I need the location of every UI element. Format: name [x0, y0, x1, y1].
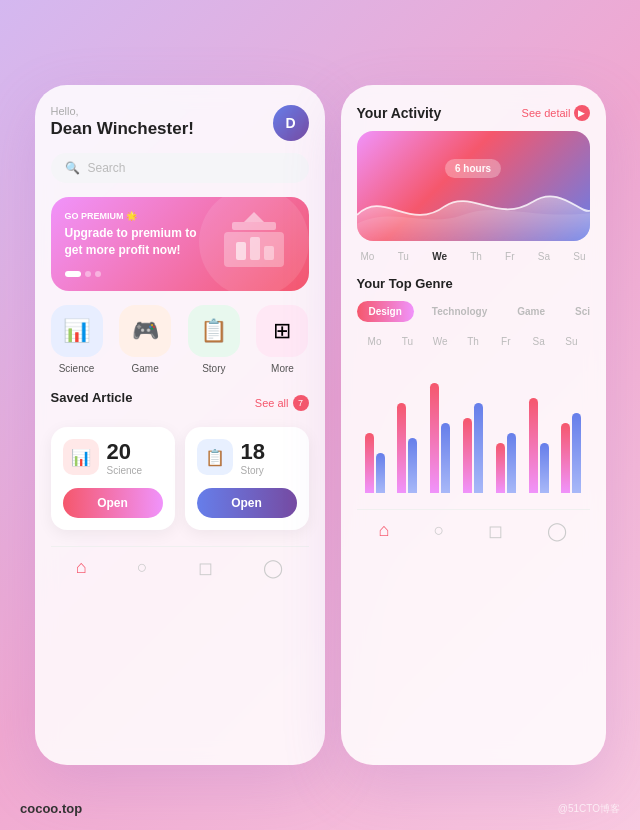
- search-bar[interactable]: 🔍 Search: [51, 153, 309, 183]
- more-label: More: [271, 363, 294, 374]
- activity-title: Your Activity: [357, 105, 442, 121]
- day-fr[interactable]: Fr: [505, 251, 514, 262]
- bar-group-sa: [525, 398, 553, 493]
- bar-pink-mo: [365, 433, 374, 493]
- right-nav-search[interactable]: ○: [433, 520, 444, 542]
- saved-card-story: 📋 18 Story Open: [185, 427, 309, 530]
- bar-group-fr: [492, 433, 520, 493]
- day-mo[interactable]: Mo: [361, 251, 375, 262]
- dot-2[interactable]: [85, 271, 91, 277]
- bar-days-row: Mo Tu We Th Fr Sa Su: [361, 336, 586, 347]
- bars-area: [361, 353, 586, 493]
- search-placeholder: Search: [88, 161, 126, 175]
- see-all-button[interactable]: See all 7: [255, 395, 309, 411]
- right-nav-home[interactable]: ⌂: [379, 520, 390, 542]
- activity-header: Your Activity See detail ▶: [357, 105, 590, 121]
- activity-days: Mo Tu We Th Fr Sa Su: [357, 251, 590, 262]
- bar-group-mo: [361, 433, 389, 493]
- bar-blue-fr: [507, 433, 516, 493]
- category-more[interactable]: ⊞ More: [256, 305, 308, 374]
- svg-rect-3: [250, 237, 260, 260]
- svg-rect-2: [236, 242, 246, 260]
- more-icon: ⊞: [256, 305, 308, 357]
- genre-title: Your Top Genre: [357, 276, 590, 291]
- science-count: 20: [107, 439, 143, 465]
- right-nav-profile[interactable]: ◯: [547, 520, 567, 542]
- bar-group-tu: [393, 403, 421, 493]
- bar-day-we: We: [426, 336, 454, 347]
- left-nav-bar: ⌂ ○ ◻ ◯: [51, 546, 309, 579]
- bar-pink-we: [430, 383, 439, 493]
- science-open-button[interactable]: Open: [63, 488, 163, 518]
- bar-day-su: Su: [557, 336, 585, 347]
- bar-blue-tu: [408, 438, 417, 493]
- category-story[interactable]: 📋 Story: [188, 305, 240, 374]
- story-saved-icon: 📋: [197, 439, 233, 475]
- bar-pink-th: [463, 418, 472, 493]
- tab-technology[interactable]: Technology: [420, 301, 499, 322]
- bar-blue-su: [572, 413, 581, 493]
- bar-blue-mo: [376, 453, 385, 493]
- right-nav-camera[interactable]: ◻: [488, 520, 503, 542]
- dot-1[interactable]: [65, 271, 81, 277]
- saved-title: Saved Article: [51, 390, 133, 405]
- see-detail-badge: ▶: [574, 105, 590, 121]
- bar-blue-we: [441, 423, 450, 493]
- science-saved-icon: 📊: [63, 439, 99, 475]
- category-science[interactable]: 📊 Science: [51, 305, 103, 374]
- day-sa[interactable]: Sa: [538, 251, 550, 262]
- bar-day-tu: Tu: [393, 336, 421, 347]
- user-name: Dean Winchester!: [51, 119, 194, 139]
- bar-group-su: [557, 413, 585, 493]
- game-icon: 🎮: [119, 305, 171, 357]
- see-all-badge: 7: [293, 395, 309, 411]
- avatar[interactable]: D: [273, 105, 309, 141]
- story-type: Story: [241, 465, 265, 476]
- science-type: Science: [107, 465, 143, 476]
- bar-pink-su: [561, 423, 570, 493]
- saved-header: Saved Article See all 7: [51, 390, 309, 417]
- saved-cards: 📊 20 Science Open 📋 18 Story Open: [51, 427, 309, 530]
- see-detail-button[interactable]: See detail ▶: [522, 105, 590, 121]
- nav-profile[interactable]: ◯: [263, 557, 283, 579]
- nav-home[interactable]: ⌂: [76, 557, 87, 579]
- day-su[interactable]: Su: [573, 251, 585, 262]
- bar-day-sa: Sa: [525, 336, 553, 347]
- bar-day-mo: Mo: [361, 336, 389, 347]
- bar-pink-tu: [397, 403, 406, 493]
- genre-tabs: Design Technology Game Science: [357, 301, 590, 322]
- promo-title: Upgrade to premium to get more profit no…: [65, 225, 203, 259]
- categories-grid: 📊 Science 🎮 Game 📋 Story ⊞ More: [51, 305, 309, 374]
- nav-search[interactable]: ○: [137, 557, 148, 579]
- svg-rect-4: [264, 246, 274, 260]
- category-game[interactable]: 🎮 Game: [119, 305, 171, 374]
- promo-illustration: [199, 197, 309, 291]
- bar-group-th: [459, 403, 487, 493]
- tab-design[interactable]: Design: [357, 301, 414, 322]
- bar-pink-fr: [496, 443, 505, 493]
- greeting-text: Hello,: [51, 105, 194, 117]
- tab-game[interactable]: Game: [505, 301, 557, 322]
- bar-pink-sa: [529, 398, 538, 493]
- svg-marker-5: [244, 212, 264, 222]
- right-phone: Your Activity See detail ▶ 6 hours: [341, 85, 606, 765]
- bar-day-th: Th: [459, 336, 487, 347]
- svg-rect-1: [232, 222, 276, 230]
- activity-chart: 6 hours: [357, 131, 590, 241]
- watermark: cocoo.top: [20, 801, 82, 816]
- search-icon: 🔍: [65, 161, 80, 175]
- bar-blue-th: [474, 403, 483, 493]
- nav-camera[interactable]: ◻: [198, 557, 213, 579]
- day-tu[interactable]: Tu: [398, 251, 409, 262]
- promo-card[interactable]: GO PREMIUM 🌟 Upgrade to premium to get m…: [51, 197, 309, 291]
- tab-science[interactable]: Science: [563, 301, 589, 322]
- left-phone: Hello, Dean Winchester! D 🔍 Search GO PR…: [35, 85, 325, 765]
- story-open-button[interactable]: Open: [197, 488, 297, 518]
- science-icon: 📊: [51, 305, 103, 357]
- right-nav-bar: ⌂ ○ ◻ ◯: [357, 509, 590, 542]
- story-count: 18: [241, 439, 265, 465]
- day-th[interactable]: Th: [470, 251, 482, 262]
- dot-3[interactable]: [95, 271, 101, 277]
- day-we[interactable]: We: [432, 251, 447, 262]
- saved-card-science: 📊 20 Science Open: [51, 427, 175, 530]
